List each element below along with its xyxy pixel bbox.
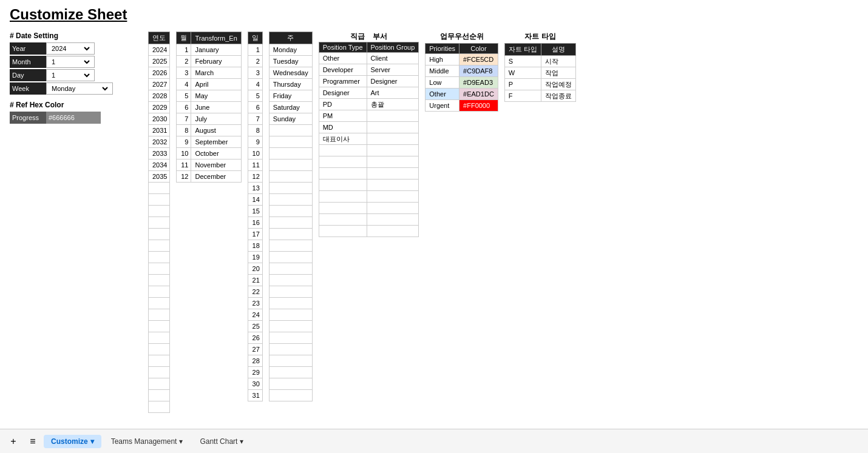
position-type-cell[interactable] [319,226,367,237]
position-group-cell[interactable] [367,226,419,237]
month-num-cell[interactable]: 1 [177,44,191,56]
position-group-cell[interactable] [367,156,419,168]
month-num-cell[interactable]: 9 [177,136,191,148]
month-name-cell[interactable]: September [191,136,241,148]
day-cell[interactable]: 7 [248,113,262,125]
month-num-cell[interactable]: 5 [177,90,191,102]
day-cell[interactable]: 24 [248,309,262,321]
month-name-cell[interactable]: March [191,67,241,79]
priority-label-cell[interactable]: Other [426,89,459,100]
month-num-cell[interactable]: 12 [177,171,191,183]
week-cell[interactable]: Wednesday [269,67,312,79]
month-name-cell[interactable]: August [191,125,241,136]
chart-type-cell[interactable]: S [504,56,541,67]
year-cell[interactable]: 2030 [149,113,170,125]
year-cell[interactable]: 2028 [149,90,170,102]
year-select[interactable]: 202420252026 [49,44,92,53]
week-cell[interactable]: Tuesday [269,56,312,67]
position-type-cell[interactable]: PM [319,110,367,122]
position-group-cell[interactable] [367,168,419,180]
position-group-cell[interactable] [367,133,419,145]
week-cell[interactable]: Sunday [269,113,312,125]
position-type-cell[interactable]: Designer [319,87,367,99]
priority-label-cell[interactable]: Urgent [426,100,459,112]
week-cell[interactable]: Friday [269,90,312,102]
month-num-cell[interactable]: 3 [177,67,191,79]
year-cell[interactable]: 2024 [149,44,170,56]
day-cell[interactable]: 21 [248,275,262,286]
year-cell[interactable]: 2035 [149,171,170,183]
year-cell[interactable]: 2031 [149,125,170,136]
year-cell[interactable]: 2034 [149,159,170,171]
day-cell[interactable]: 8 [248,125,262,136]
week-cell[interactable]: Saturday [269,102,312,113]
day-cell[interactable]: 13 [248,183,262,194]
year-cell[interactable]: 2033 [149,148,170,159]
year-cell[interactable]: 2029 [149,102,170,113]
chart-type-cell[interactable]: F [504,90,541,102]
day-cell[interactable]: 3 [248,67,262,79]
month-num-cell[interactable]: 10 [177,148,191,159]
day-cell[interactable]: 29 [248,367,262,378]
month-num-cell[interactable]: 8 [177,125,191,136]
day-cell[interactable]: 16 [248,217,262,229]
priority-label-cell[interactable]: Low [426,77,459,89]
priority-color-cell[interactable]: #EAD1DC [459,89,498,100]
week-val[interactable]: MondayTuesday [46,82,113,95]
month-select[interactable]: 12312 [49,58,92,66]
day-cell[interactable]: 17 [248,229,262,240]
position-type-cell[interactable]: MD [319,122,367,133]
day-cell[interactable]: 20 [248,263,262,275]
month-num-cell[interactable]: 11 [177,159,191,171]
position-type-cell[interactable]: PD [319,99,367,110]
position-group-cell[interactable] [367,203,419,214]
priority-color-cell[interactable]: #FCE5CD [459,54,498,65]
week-select[interactable]: MondayTuesday [49,84,110,93]
year-cell[interactable]: 2025 [149,56,170,67]
day-cell[interactable]: 11 [248,159,262,171]
day-cell[interactable]: 4 [248,79,262,90]
day-cell[interactable]: 26 [248,332,262,344]
year-cell[interactable]: 2032 [149,136,170,148]
priority-label-cell[interactable]: High [426,54,459,65]
week-cell[interactable]: Thursday [269,79,312,90]
position-group-cell[interactable] [367,145,419,156]
day-cell[interactable]: 6 [248,102,262,113]
position-type-cell[interactable] [319,145,367,156]
position-group-cell[interactable] [367,122,419,133]
day-cell[interactable]: 1 [248,44,262,56]
position-group-cell[interactable]: Art [367,87,419,99]
year-val[interactable]: 202420252026 [46,42,95,55]
month-name-cell[interactable]: December [191,171,241,183]
position-type-cell[interactable] [319,203,367,214]
priority-color-cell[interactable]: #C9DAF8 [459,65,498,77]
day-cell[interactable]: 10 [248,148,262,159]
day-cell[interactable]: 27 [248,344,262,355]
year-cell[interactable]: 2026 [149,67,170,79]
position-group-cell[interactable]: Client [367,53,419,64]
day-cell[interactable]: 28 [248,355,262,367]
month-name-cell[interactable]: April [191,79,241,90]
month-name-cell[interactable]: July [191,113,241,125]
position-type-cell[interactable]: Developer [319,64,367,76]
position-group-cell[interactable] [367,180,419,191]
position-type-cell[interactable] [319,156,367,168]
month-name-cell[interactable]: May [191,90,241,102]
year-cell[interactable]: 2027 [149,79,170,90]
day-cell[interactable]: 5 [248,90,262,102]
month-name-cell[interactable]: January [191,44,241,56]
month-num-cell[interactable]: 2 [177,56,191,67]
priority-label-cell[interactable]: Middle [426,65,459,77]
month-num-cell[interactable]: 7 [177,113,191,125]
month-name-cell[interactable]: November [191,159,241,171]
priority-color-cell[interactable]: #FF0000 [459,100,498,112]
priority-color-cell[interactable]: #D9EAD3 [459,77,498,89]
day-cell[interactable]: 2 [248,56,262,67]
position-type-cell[interactable] [319,191,367,203]
chart-type-cell[interactable]: P [504,79,541,90]
position-group-cell[interactable]: 총괄 [367,99,419,110]
day-cell[interactable]: 15 [248,206,262,217]
month-val[interactable]: 12312 [46,56,95,68]
day-val[interactable]: 1231 [46,69,95,81]
position-group-cell[interactable] [367,191,419,203]
